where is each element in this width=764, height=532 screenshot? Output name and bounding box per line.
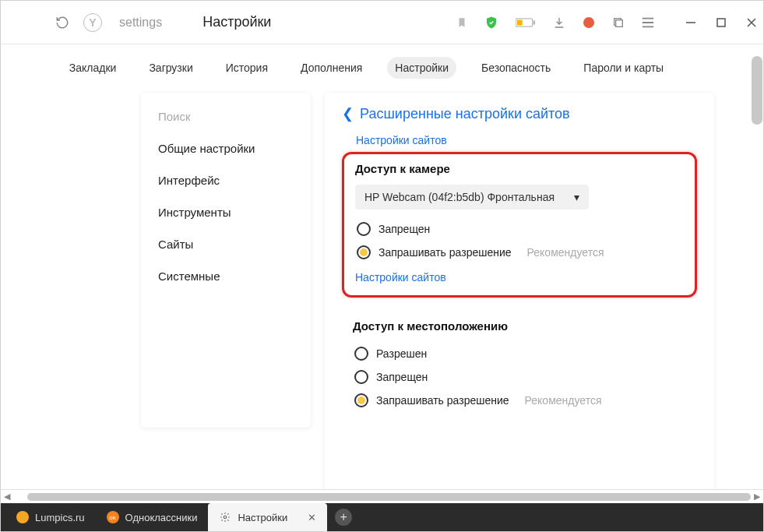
hscroll-thumb[interactable] bbox=[27, 493, 751, 501]
topnav-tab-3[interactable]: Дополнения bbox=[293, 57, 370, 79]
chevron-left-icon: ❮ bbox=[342, 105, 354, 122]
window-minimize-icon[interactable] bbox=[685, 17, 696, 28]
sidebar-item-1[interactable]: Общие настройки bbox=[141, 132, 311, 164]
tab-favicon-icon bbox=[219, 511, 231, 523]
radio-icon bbox=[357, 222, 371, 236]
radio-icon bbox=[354, 370, 368, 384]
camera-option-denied[interactable]: Запрещен bbox=[355, 217, 684, 241]
sidebar-item-3[interactable]: Инструменты bbox=[141, 196, 311, 228]
taskbar: Lumpics.ruokОдноклассникиНастройки✕+ bbox=[1, 503, 763, 531]
camera-option-ask[interactable]: Запрашивать разрешение Рекомендуется bbox=[355, 241, 684, 264]
radio-label: Запрещен bbox=[376, 371, 428, 383]
location-option-allowed[interactable]: Разрешен bbox=[353, 342, 697, 365]
settings-content: ❮ Расширенные настройки сайтов Настройки… bbox=[325, 93, 714, 489]
topnav-tab-5[interactable]: Безопасность bbox=[474, 57, 558, 79]
browser-titlebar: Y settings Настройки bbox=[1, 1, 763, 44]
site-settings-link-top[interactable]: Настройки сайтов bbox=[356, 134, 447, 146]
taskbar-tab-0[interactable]: Lumpics.ru bbox=[5, 503, 96, 531]
topnav-tab-6[interactable]: Пароли и карты bbox=[576, 57, 671, 79]
location-option-denied[interactable]: Запрещен bbox=[353, 365, 697, 389]
radio-label: Запрещен bbox=[378, 223, 430, 235]
sidebar-item-5[interactable]: Системные bbox=[141, 260, 311, 292]
sidebar-item-0[interactable]: Поиск bbox=[141, 100, 311, 132]
camera-section-title: Доступ к камере bbox=[355, 162, 684, 175]
scroll-left-icon[interactable]: ◀ bbox=[1, 491, 13, 502]
tab-favicon-icon bbox=[16, 511, 29, 523]
radio-label: Разрешен bbox=[376, 347, 427, 360]
window-close-icon[interactable] bbox=[746, 17, 757, 28]
address-title: Настройки bbox=[202, 14, 271, 30]
svg-rect-4 bbox=[616, 19, 623, 26]
settings-top-nav: ЗакладкиЗагрузкиИсторияДополненияНастрой… bbox=[1, 44, 763, 82]
camera-device-label: HP Webcam (04f2:b5db) Фронтальная bbox=[364, 191, 555, 203]
camera-device-dropdown[interactable]: HP Webcam (04f2:b5db) Фронтальная ▾ bbox=[355, 185, 589, 210]
chevron-down-icon: ▾ bbox=[574, 191, 579, 203]
topnav-tab-4[interactable]: Настройки bbox=[387, 57, 456, 79]
camera-access-highlight: Доступ к камере HP Webcam (04f2:b5db) Фр… bbox=[342, 152, 697, 298]
topnav-tab-1[interactable]: Загрузки bbox=[141, 57, 200, 79]
download-icon[interactable] bbox=[553, 16, 565, 29]
scroll-right-icon[interactable]: ▶ bbox=[751, 491, 763, 502]
reload-icon[interactable] bbox=[55, 16, 69, 30]
breadcrumb-label: Расширенные настройки сайтов bbox=[360, 106, 570, 122]
svg-rect-1 bbox=[533, 20, 536, 24]
tabs-overview-icon[interactable] bbox=[612, 16, 625, 29]
svg-rect-5 bbox=[717, 19, 725, 26]
svg-point-3 bbox=[583, 17, 594, 28]
tab-label: Lumpics.ru bbox=[35, 512, 85, 523]
topnav-tab-2[interactable]: История bbox=[218, 57, 276, 79]
breadcrumb-back[interactable]: ❮ Расширенные настройки сайтов bbox=[342, 105, 697, 122]
tab-favicon-icon: ok bbox=[107, 511, 119, 523]
taskbar-tab-2[interactable]: Настройки✕ bbox=[208, 503, 327, 531]
taskbar-tab-1[interactable]: okОдноклассники bbox=[96, 503, 209, 531]
new-tab-button[interactable]: + bbox=[335, 509, 352, 526]
sidebar-item-4[interactable]: Сайты bbox=[141, 228, 311, 260]
tab-label: Одноклассники bbox=[125, 512, 198, 523]
radio-label: Запрашивать разрешение bbox=[378, 246, 512, 259]
vertical-scrollbar[interactable] bbox=[752, 56, 762, 125]
camera-site-settings-link[interactable]: Настройки сайтов bbox=[355, 271, 446, 284]
tab-close-icon[interactable]: ✕ bbox=[308, 512, 316, 523]
radio-selected-icon bbox=[357, 245, 371, 259]
menu-icon[interactable] bbox=[642, 17, 654, 28]
svg-point-6 bbox=[224, 516, 227, 519]
bookmark-icon[interactable] bbox=[456, 16, 467, 30]
location-option-ask[interactable]: Запрашивать разрешение Рекомендуется bbox=[353, 389, 697, 412]
radio-icon bbox=[354, 347, 368, 361]
radio-selected-icon bbox=[354, 393, 368, 407]
battery-icon bbox=[516, 17, 536, 28]
window-maximize-icon[interactable] bbox=[716, 18, 726, 27]
sidebar-item-2[interactable]: Интерфейс bbox=[141, 164, 311, 196]
topnav-tab-0[interactable]: Закладки bbox=[62, 57, 125, 79]
horizontal-scrollbar[interactable]: ◀ ▶ bbox=[1, 489, 763, 503]
tab-label: Настройки bbox=[238, 512, 287, 523]
radio-label: Запрашивать разрешение bbox=[376, 394, 509, 407]
yandex-logo-icon[interactable]: Y bbox=[83, 13, 102, 32]
recommended-label: Рекомендуется bbox=[527, 246, 604, 259]
location-section-title: Доступ к местоположению bbox=[353, 319, 697, 333]
shield-icon[interactable] bbox=[484, 16, 498, 30]
svg-rect-2 bbox=[517, 19, 523, 25]
recommended-label: Рекомендуется bbox=[525, 394, 602, 407]
address-keyword[interactable]: settings bbox=[119, 16, 162, 30]
extension-icon[interactable] bbox=[583, 16, 595, 29]
settings-sidebar: ПоискОбщие настройкиИнтерфейсИнструменты… bbox=[141, 93, 311, 428]
